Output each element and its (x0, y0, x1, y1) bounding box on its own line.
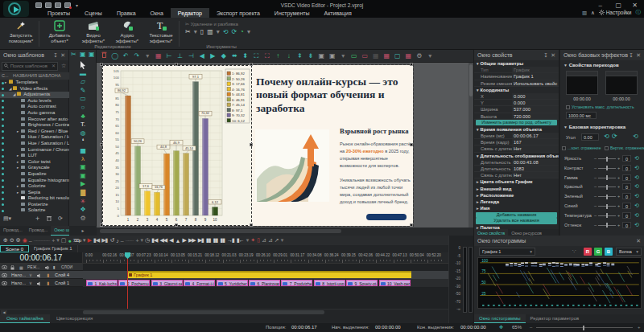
save-project-icon[interactable] (55, 2, 61, 8)
canvas-tool-icon[interactable]: ⊥ (175, 51, 186, 62)
tl-tool-icon[interactable]: ▶▮ (198, 237, 204, 244)
new-project-icon[interactable] (35, 2, 42, 8)
histogram-tab[interactable]: Редактор параметров (526, 314, 584, 323)
text-icon[interactable]: T. (77, 121, 89, 129)
canvas-tool-icon[interactable]: ⇞ (295, 51, 305, 62)
dock-tab[interactable]: Провод... (0, 226, 26, 236)
selection-border[interactable] (102, 65, 252, 226)
clip-6_Planirovar[interactable]: 6_Planirovar (249, 280, 280, 287)
tree-item[interactable]: ◢ Video effects (0, 86, 69, 92)
prop-row[interactable]: Время (кадр)167 (474, 139, 559, 146)
canvas-tool-icon[interactable]: ⛶ (262, 51, 273, 62)
angle-input[interactable]: 0.00 (581, 133, 599, 141)
tool-icon[interactable]: ▾ (194, 28, 197, 35)
reset-icon[interactable]: ⟲ (634, 212, 639, 219)
prop-row[interactable]: Длительность (1083 (474, 166, 559, 172)
timeline-ruler[interactable]: 0.0000:02.1600:05.0700:07.2300:10.1400:1… (83, 252, 448, 264)
tl-tool-icon[interactable]: ▾ (281, 237, 283, 244)
tl-tool-icon[interactable]: – (29, 238, 31, 244)
prop-row[interactable]: Ширина537.000 (474, 106, 559, 113)
canvas-tool-icon[interactable]: ▭ (360, 51, 370, 62)
info-icon[interactable]: ⓘ (636, 9, 642, 16)
selection-handle[interactable] (100, 63, 103, 66)
tool-icon[interactable]: ▾ (217, 28, 220, 35)
tree-item[interactable]: ▸ Sepia (0, 190, 69, 196)
animation-icon[interactable]: λ (77, 155, 89, 164)
tl-tool-icon[interactable]: ✦ (250, 237, 254, 244)
ellipse-icon[interactable]: ○ (77, 104, 89, 113)
reset-icon[interactable]: ⟲ (634, 183, 639, 190)
tree-item[interactable]: ▸ Colorize (0, 183, 69, 190)
audio-icon[interactable]: ▶ (77, 180, 89, 189)
canvas-tool-icon[interactable]: ⇟ (306, 51, 316, 62)
tl-tool-icon[interactable]: ▮← (237, 237, 244, 244)
tl-tool-icon[interactable]: ────── (34, 238, 50, 243)
menu-Сцены[interactable]: Сцены (77, 8, 109, 18)
strip-top-icon[interactable]: ✂ (71, 51, 76, 58)
tl-tool-icon[interactable]: ▾ (83, 237, 85, 244)
close-button[interactable]: ✕ (632, 2, 638, 9)
prop-button[interactable]: Добавить названия (476, 212, 557, 218)
chart2-icon[interactable]: ▇ (77, 189, 89, 198)
tl-tool-icon[interactable]: ▾ (246, 237, 249, 244)
canvas-tool-icon[interactable]: ▦ (371, 51, 382, 62)
speaker-icon[interactable] (37, 281, 42, 287)
duration-input[interactable]: 1000.00 мс (566, 112, 597, 119)
dock-tab-scroll[interactable]: ▸ (69, 226, 97, 236)
menu-Проекты[interactable]: Проекты (40, 8, 77, 18)
image-icon[interactable]: ▣ (77, 163, 89, 172)
prop-row[interactable]: Режим смешиванИспользовать свойс (474, 80, 559, 87)
gear-icon[interactable]: Настройки (599, 10, 632, 15)
slide[interactable]: 0510152025303540455055606570758085909510… (102, 65, 413, 226)
selection-handle[interactable] (175, 63, 178, 66)
canvas-tool-icon[interactable]: ▣ (328, 51, 338, 62)
tl-tool-icon[interactable]: ▶▶ (188, 237, 196, 244)
canvas-tool-icon[interactable]: ⊣ (186, 51, 196, 62)
track-header-layer1[interactable]: Нало...∨▮Слой 1 (0, 279, 83, 287)
track-header-layer4[interactable]: Нало...∨▮Слой 4 (0, 271, 83, 279)
tl-tool-icon[interactable]: – (121, 238, 123, 244)
scene-tab[interactable]: График График 1 (29, 245, 78, 252)
tl-tool-icon[interactable]: ▾ (141, 237, 143, 244)
selection-handle[interactable] (410, 143, 413, 146)
blue-channel-button[interactable]: B (605, 248, 613, 256)
maximize-button[interactable]: ▢ (615, 2, 621, 9)
tl-tool-icon[interactable]: ● (68, 238, 70, 244)
clip-7_Prodvizhei[interactable]: 7_Prodvizhei (281, 280, 312, 287)
rotate-ccw-icon[interactable]: ⟲ (604, 133, 609, 140)
max-duration-checkbox[interactable]: Установить макс. длительность (566, 105, 634, 109)
prop-row[interactable]: Длительность (00:00:43.08 (474, 159, 559, 166)
pin-icon[interactable]: ↧ (543, 50, 548, 60)
canvas-tool-icon[interactable]: ▾ (142, 51, 153, 62)
tree-item[interactable]: Auto levels (0, 98, 69, 105)
text-effects-button[interactable]: TТекстовыеэффекты* (145, 20, 177, 49)
scene-tab[interactable]: Scene 0 (0, 245, 29, 252)
selection-handle[interactable] (410, 223, 413, 227)
reset-icon[interactable]: ⟲ (634, 155, 639, 162)
canvas-tool-icon[interactable]: ▦ (403, 51, 414, 62)
tl-tool-icon[interactable]: ◀◀ (159, 237, 167, 244)
canvas-hscrollbar[interactable] (97, 227, 473, 236)
open-project-icon[interactable] (45, 2, 52, 8)
tl-tool-icon[interactable]: ◀ (169, 237, 172, 244)
tree-item[interactable]: ▸ Grayscale (0, 165, 69, 171)
dock-tab[interactable]: Провод... (26, 226, 52, 236)
timeline-tab[interactable]: Окно таймлайна (0, 314, 50, 323)
strip-top-icon[interactable]: ▣ (80, 51, 86, 58)
tree-item[interactable]: ▸ Templates (0, 80, 69, 86)
tree-item[interactable]: Posterize (0, 202, 69, 208)
tl-tool-icon[interactable]: ◉ (23, 237, 27, 244)
chart-icon[interactable]: ▅ (77, 146, 89, 155)
histogram-mode-select[interactable]: Волна▾ (616, 248, 642, 256)
selection-handle[interactable] (250, 63, 253, 66)
tl-tool-icon[interactable]: ◷ (145, 237, 149, 244)
eye-icon[interactable] (2, 273, 7, 278)
tool-icon[interactable]: ◔ (240, 28, 244, 35)
clip-2_Pochemu-[interactable]: 2_Pochemu- (118, 280, 150, 287)
shape-icon[interactable]: ♣ (77, 113, 89, 121)
tl-tool-icon[interactable]: ▢ (61, 237, 66, 244)
tl-tool-icon[interactable]: ⊚ (16, 237, 20, 244)
tree-item[interactable]: Luminance / Chromin (0, 147, 69, 154)
prop-section[interactable]: ▾Общие параметры (474, 60, 559, 67)
tl-tool-icon[interactable]: ♪ (116, 238, 118, 244)
